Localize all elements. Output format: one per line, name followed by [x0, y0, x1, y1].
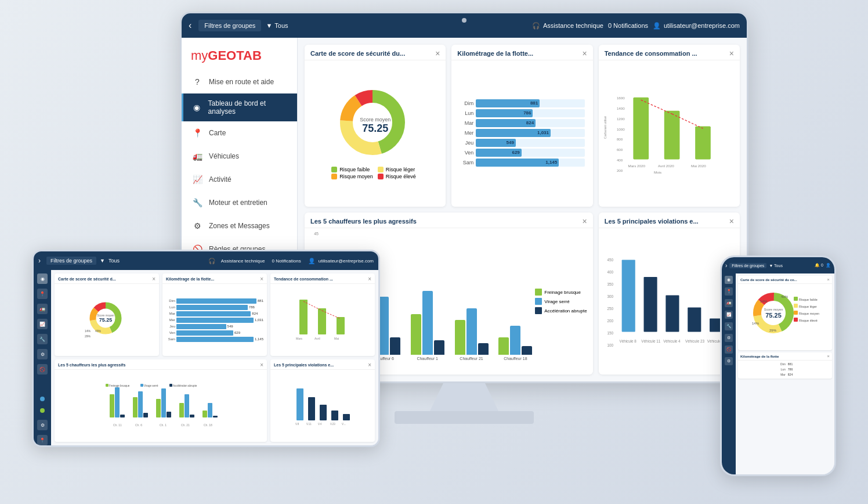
- svg-text:Mai: Mai: [334, 337, 339, 340]
- widget-km-close[interactable]: ×: [582, 49, 587, 57]
- tablet-val-dim: 881: [258, 299, 263, 303]
- phone-filter[interactable]: Filtres de groupes: [729, 263, 766, 268]
- svg-rect-86: [320, 405, 327, 420]
- legend-virage-label: Virage serré: [544, 299, 569, 304]
- sidebar-label-moteur: Moteur et entretien: [209, 199, 267, 207]
- tablet-chauffeurs-close[interactable]: ×: [260, 362, 263, 368]
- assistance-label: Assistance technique: [543, 22, 603, 29]
- svg-rect-104: [794, 297, 798, 301]
- svg-text:400: 400: [617, 158, 623, 162]
- widget-score-close[interactable]: ×: [435, 49, 440, 57]
- donut-center: Score moyen 75.25: [360, 117, 390, 135]
- legend-accel-dot: [535, 307, 542, 314]
- widget-tendance-body: 1600 1400 1200 1000 800 600 400 200 C: [599, 60, 740, 207]
- tablet-km-close[interactable]: ×: [260, 276, 263, 282]
- logo: myGEOTAB: [182, 38, 297, 70]
- tablet-filter-btn[interactable]: Filtres de groupes: [46, 257, 96, 265]
- tablet-loc-icon[interactable]: 📍: [37, 435, 48, 445]
- phone-back[interactable]: ›: [725, 262, 727, 269]
- phone-km-close[interactable]: ×: [827, 354, 830, 359]
- svg-rect-85: [308, 397, 315, 420]
- widget-chauffeurs-close[interactable]: ×: [582, 217, 587, 225]
- tablet-rules-icon[interactable]: 🚫: [37, 364, 48, 375]
- svg-rect-51: [318, 308, 326, 334]
- tablet-engine-icon[interactable]: 🔧: [37, 334, 48, 344]
- svg-text:V.23: V.23: [330, 423, 335, 426]
- tablet-widget-chauffeurs: Les 5 chauffeurs les plus agressifs ×: [55, 359, 267, 442]
- tablet-bar-ven: [176, 330, 233, 336]
- engine-icon: 🔧: [191, 197, 203, 208]
- sidebar-item-moteur[interactable]: 🔧 Moteur et entretien: [182, 191, 297, 214]
- svg-rect-31: [621, 260, 635, 332]
- phone-day-lun: Lun: [777, 368, 786, 371]
- widget-tendance: Tendance de consommation ... × 1600 1400…: [599, 45, 740, 207]
- phone-val-dim: 881: [788, 362, 793, 366]
- svg-text:Ch. 1: Ch. 1: [160, 423, 167, 427]
- tablet-map-icon[interactable]: 📍: [37, 289, 48, 299]
- sidebar-item-carte[interactable]: 📍 Carte: [182, 121, 297, 145]
- phone-day-mar: Mar: [777, 373, 786, 376]
- phone-widget-score: Carte de score de sécurité du co... × Sc…: [738, 276, 832, 350]
- phone-icon-rule[interactable]: 🚫: [725, 345, 733, 354]
- widget-score: Carte de score de sécurité du... ×: [305, 45, 446, 207]
- phone: › Filtres de groupes ▼ Tous 🔔 0 👤 ◉ 📍 🚛 …: [720, 255, 836, 476]
- tablet-chauffeurs-title: Les 5 chauffeurs les plus agressifs: [58, 363, 125, 367]
- legend-label-faible: Risque faible: [339, 167, 370, 172]
- tablet-violations-close[interactable]: ×: [368, 362, 371, 368]
- phone-icon-zone[interactable]: ⚙: [725, 334, 733, 342]
- sidebar-item-aide[interactable]: ? Mise en route et aide: [182, 70, 297, 93]
- widget-tendance-close[interactable]: ×: [729, 49, 734, 57]
- phone-icon-eng[interactable]: 🔧: [725, 322, 733, 330]
- user-menu[interactable]: 👤 utilisateur@entreprise.com: [653, 22, 740, 30]
- phone-score-close[interactable]: ×: [827, 277, 830, 282]
- phone-score-title: Carte de score de sécurité du co...: [740, 278, 797, 282]
- tablet-activity-icon[interactable]: 📈: [37, 319, 48, 329]
- hbar-value-mar: 824: [526, 120, 534, 125]
- logo-my: my: [191, 48, 208, 63]
- tablet-vehicle-icon[interactable]: 🚛: [37, 304, 48, 314]
- donut-container: Score moyen 75.25 Risque faible: [308, 88, 442, 179]
- tablet-val-sam: 1,145: [255, 337, 263, 341]
- legend-virage: Virage serré: [535, 298, 587, 305]
- svg-text:Accélération abrupte: Accélération abrupte: [173, 384, 197, 387]
- widget-violations-close[interactable]: ×: [729, 217, 734, 225]
- sidebar-item-zones[interactable]: ⚙ Zones et Messages: [182, 214, 297, 237]
- tablet-zones-icon[interactable]: ⚙: [37, 349, 48, 359]
- tablet-score-close[interactable]: ×: [152, 276, 155, 282]
- tablet-back-icon[interactable]: ›: [38, 257, 41, 265]
- phone-icon-veh[interactable]: 🚛: [725, 299, 733, 307]
- phone-icon-adm[interactable]: ⚙: [725, 357, 733, 365]
- notifications[interactable]: 0 Notifications: [608, 22, 648, 29]
- monitor-stand: [429, 383, 499, 412]
- svg-text:Carburant utilisé: Carburant utilisé: [603, 116, 607, 139]
- hbar-label-sam: Sam: [460, 160, 473, 165]
- sidebar-item-vehicules[interactable]: 🚛 Véhicules: [182, 145, 297, 168]
- assistance[interactable]: 🎧 Assistance technique: [532, 22, 603, 30]
- tablet-day-jeu: Jeu: [166, 325, 175, 328]
- sidebar-item-activite[interactable]: 📈 Activité: [182, 168, 297, 191]
- tablet-bar-lun: [176, 305, 248, 310]
- phone-icon-map[interactable]: 📍: [725, 287, 733, 296]
- label-18: Chauffeur 18: [504, 357, 527, 361]
- sidebar-label-activite: Activité: [209, 175, 232, 183]
- filter-label[interactable]: Filtres de groupes: [198, 20, 261, 31]
- hbar-label-ven: Ven: [460, 150, 473, 156]
- tablet-tendance-close[interactable]: ×: [368, 276, 371, 282]
- sidebar-label-zones: Zones et Messages: [209, 222, 270, 230]
- tablet-dashboard-icon[interactable]: ◉: [37, 273, 48, 284]
- bar-18-blue: [510, 326, 520, 355]
- tablet-user-email: utilisateur@entreprise.com: [319, 258, 374, 264]
- svg-text:Ch. 11: Ch. 11: [113, 423, 122, 427]
- phone-icon-dash[interactable]: ◉: [725, 276, 733, 284]
- widget-chauffeurs-header: Les 5 chauffeurs les plus agressifs ×: [305, 213, 593, 228]
- group-filter[interactable]: ▼ Tous: [266, 22, 288, 29]
- phone-icon-act[interactable]: 📈: [725, 311, 733, 319]
- hbar-jeu: Jeu 549: [460, 139, 584, 147]
- svg-rect-78: [106, 384, 108, 387]
- hbar-value-sam: 1,145: [545, 160, 557, 165]
- tablet-admin-icon[interactable]: ⚙: [37, 420, 48, 430]
- back-button[interactable]: ‹: [189, 20, 191, 31]
- widget-score-body: Score moyen 75.25 Risque faible: [305, 60, 446, 207]
- tablet-tendance-title: Tendance de consommation ...: [274, 277, 333, 281]
- sidebar-item-tableau[interactable]: ◉ Tableau de bord et analyses: [182, 93, 297, 121]
